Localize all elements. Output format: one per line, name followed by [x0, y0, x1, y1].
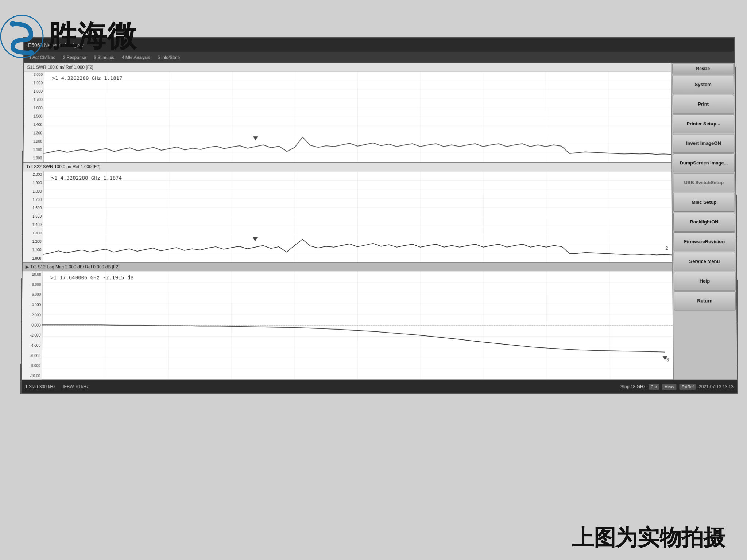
trace-panel-1: S11 SWR 100.0 m/ Ref 1.000 [F2] 2.000 1.…: [23, 63, 671, 163]
y-label-2-4: 1.600: [24, 206, 42, 210]
backlight-state: ON: [711, 219, 719, 225]
svg-text:>1  4.3202280 GHz  1.1817: >1 4.3202280 GHz 1.1817: [52, 75, 122, 81]
trace-3-active-marker: ▶: [26, 264, 29, 269]
trace-2-chart-grid: >1 4.3202280 GHz 1.1874 2: [43, 171, 672, 262]
dump-screen-label: Screen Image...: [693, 160, 728, 166]
y-label-3-6: -2.000: [23, 334, 40, 337]
y-label-1-10: 1.000: [25, 157, 42, 160]
svg-rect-3: [43, 71, 671, 162]
svg-text:>1  17.640006 GHz  -2.1915 dB: >1 17.640006 GHz -2.1915 dB: [50, 275, 133, 280]
trace-2-header: Tr2 S22 SWR 100.0 m/ Ref 1.000 [F2]: [23, 163, 671, 171]
invert-image-state: ON: [714, 140, 721, 147]
y-label-3-7: -4.000: [23, 344, 40, 347]
y-label-2-7: 1.300: [24, 232, 42, 235]
print-button[interactable]: Print: [673, 95, 734, 114]
status-badge-extref: ExtRef: [680, 384, 696, 389]
bottom-caption: 上图为实物拍摄: [572, 523, 725, 553]
misc-setup-button[interactable]: Misc Setup: [673, 193, 735, 212]
y-label-2-6: 1.400: [24, 223, 42, 227]
firmware-revision-button[interactable]: FirmwareRevision: [673, 232, 735, 251]
trace-1-svg: >1 4.3202280 GHz 1.1817: [43, 71, 671, 162]
invert-image-button[interactable]: Invert ImageON: [673, 134, 734, 153]
trace-1-chart-grid: >1 4.3202280 GHz 1.1817: [43, 71, 671, 162]
y-label-3-10: -10.00: [23, 374, 40, 378]
y-label-1-0: 2.000: [26, 73, 43, 77]
dump-screen-button[interactable]: DumpScreen Image...: [673, 153, 735, 172]
company-name-text: 胜海微: [47, 17, 137, 56]
trace-3-chart-container: 10.00 8.000 6.000 4.000 2.000 0.000 -2.0…: [22, 271, 673, 379]
firmware-revision-label: Revision: [705, 239, 725, 245]
y-label-1-2: 1.800: [26, 90, 43, 93]
y-label-3-1: 8.000: [24, 283, 41, 287]
printer-setup-button[interactable]: Printer Setup...: [673, 114, 734, 133]
y-label-3-8: -6.000: [23, 354, 40, 358]
status-start: 1 Start 300 kHz: [25, 384, 55, 389]
y-label-3-4: 2.000: [24, 313, 41, 317]
service-menu-button[interactable]: Service Menu: [674, 252, 736, 271]
y-label-1-4: 1.600: [25, 106, 42, 110]
trace-3-y-axis: 10.00 8.000 6.000 4.000 2.000 0.000 -2.0…: [22, 271, 43, 379]
trace-2-svg: >1 4.3202280 GHz 1.1874 2: [43, 171, 672, 262]
return-button[interactable]: Return: [674, 291, 736, 310]
help-button[interactable]: Help: [674, 272, 736, 291]
resize-button[interactable]: Resize: [672, 64, 734, 75]
system-button[interactable]: System: [672, 75, 734, 94]
y-label-3-9: -8.000: [23, 364, 40, 368]
status-right-area: Stop 18 GHz Cor Meas ExtRef 2021-07-13 1…: [620, 384, 734, 389]
trace-2-label: Tr2 S22 SWR 100.0 m/ Ref 1.000 [F2]: [26, 164, 100, 169]
y-label-1-8: 1.200: [25, 140, 42, 144]
y-label-2-5: 1.500: [24, 215, 42, 218]
y-label-1-6: 1.400: [25, 123, 42, 127]
y-label-2-10: 1.000: [24, 257, 41, 260]
y-label-2-3: 1.700: [24, 198, 42, 202]
y-label-2-8: 1.200: [24, 240, 41, 244]
y-label-1-5: 1.500: [25, 115, 42, 118]
status-stop: Stop 18 GHz: [620, 384, 646, 389]
trace-3-svg: >1 17.640006 GHz -2.1915 dB 3: [42, 271, 673, 379]
status-badge-cor: Cor: [649, 384, 659, 389]
svg-point-2: [28, 50, 34, 56]
y-label-1-3: 1.700: [26, 98, 43, 102]
trace-3-label: Tr3 S12 Log Mag 2.000 dB/ Ref 0.000 dB […: [30, 264, 120, 269]
backlight-button[interactable]: BacklightON: [673, 213, 735, 232]
y-label-1-1: 1.900: [26, 81, 43, 85]
y-label-3-3: 4.000: [24, 303, 41, 307]
svg-point-1: [10, 21, 16, 27]
trace-3-chart-grid: >1 17.640006 GHz -2.1915 dB 3: [42, 271, 673, 379]
trace-1-chart-container: 2.000 1.900 1.800 1.700 1.600 1.500 1.40…: [23, 71, 671, 162]
trace-panel-2: Tr2 S22 SWR 100.0 m/ Ref 1.000 [F2] 2.00…: [23, 163, 672, 262]
y-label-2-1: 1.900: [25, 181, 42, 185]
status-timestamp: 2021-07-13 13:13: [699, 384, 734, 389]
y-label-3-2: 6.000: [24, 293, 41, 297]
usb-switch-label: Setup: [711, 180, 724, 186]
trace-2-chart-container: 2.000 1.900 1.800 1.700 1.600 1.500 1.40…: [23, 171, 672, 262]
usb-switch-button[interactable]: USB SwitchSetup: [673, 173, 735, 192]
svg-text:>1  4.3202280 GHz  1.1874: >1 4.3202280 GHz 1.1874: [51, 175, 122, 180]
y-label-2-0: 2.000: [25, 173, 42, 176]
chart-area: S11 SWR 100.0 m/ Ref 1.000 [F2] 2.000 1.…: [22, 63, 673, 380]
logo-area: 胜海微: [0, 0, 190, 73]
status-ifbw: IFBW 70 kHz: [63, 384, 89, 389]
svg-text:2: 2: [666, 245, 668, 250]
trace-3-header: ▶ Tr3 S12 Log Mag 2.000 dB/ Ref 0.000 dB…: [23, 262, 672, 271]
svg-text:3: 3: [666, 357, 669, 362]
svg-rect-8: [43, 171, 672, 262]
y-label-2-2: 1.800: [25, 190, 42, 193]
y-label-1-9: 1.100: [25, 148, 42, 152]
right-sidebar: Resize System Print Printer Setup... Inv…: [671, 63, 737, 380]
status-badge-meas: Meas: [662, 384, 676, 389]
y-label-3-5: 0.000: [23, 323, 40, 327]
y-label-1-7: 1.300: [25, 132, 42, 135]
main-content: S11 SWR 100.0 m/ Ref 1.000 [F2] 2.000 1.…: [22, 63, 737, 380]
instrument-screen: E5063 Network Analyzer 1 Act Ch/Trac 2 R…: [20, 37, 738, 394]
trace-1-y-axis: 2.000 1.900 1.800 1.700 1.600 1.500 1.40…: [23, 71, 44, 162]
trace-panel-3: ▶ Tr3 S12 Log Mag 2.000 dB/ Ref 0.000 dB…: [22, 262, 673, 379]
y-label-3-0: 10.00: [24, 273, 41, 276]
trace-2-y-axis: 2.000 1.900 1.800 1.700 1.600 1.500 1.40…: [23, 171, 43, 262]
company-logo: [0, 13, 44, 60]
y-label-2-9: 1.100: [24, 248, 41, 252]
status-bar: 1 Start 300 kHz IFBW 70 kHz Stop 18 GHz …: [22, 380, 737, 393]
